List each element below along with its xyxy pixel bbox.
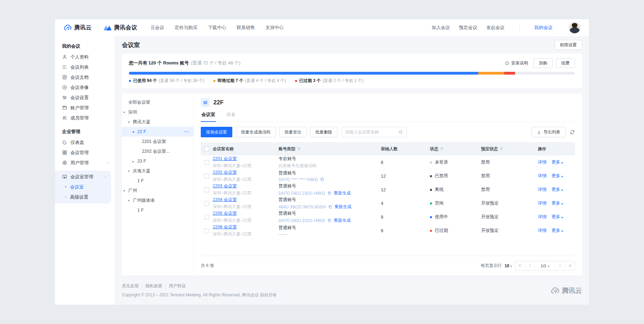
more-link[interactable]: 更多	[551, 187, 560, 193]
sidebar-item[interactable]: 会议列表	[55, 62, 115, 72]
tencent-cloud-brand[interactable]: 腾讯云	[63, 23, 92, 32]
row-checkbox[interactable]	[204, 187, 209, 192]
more-dropdown[interactable]: 更多	[551, 173, 563, 179]
more-link[interactable]: 更多	[551, 200, 560, 206]
tree-node[interactable]: 2202 会议室...	[122, 146, 193, 156]
renew-button[interactable]: 续费	[556, 58, 575, 68]
page-indicator-select[interactable]: 1/1	[535, 261, 555, 270]
batch-generate-code-button[interactable]: 批量生成激活码	[236, 127, 276, 137]
detail-link[interactable]: 详情	[538, 173, 547, 179]
copy-icon[interactable]	[327, 191, 332, 195]
tree-node[interactable]: 腾讯大厦	[122, 117, 193, 127]
first-page-button[interactable]	[515, 261, 525, 270]
permission-settings-button[interactable]: 权限设置	[555, 40, 582, 50]
avatar[interactable]	[569, 22, 581, 34]
export-list-button[interactable]: 导出列表	[532, 127, 566, 137]
tree-node[interactable]: 滨海大厦	[122, 166, 193, 176]
sidebar-item[interactable]: 仪表盘	[55, 137, 115, 147]
tree-node[interactable]: 22 F	[122, 127, 193, 137]
my-meetings-link[interactable]: 我的会议	[534, 25, 553, 31]
sidebar-item[interactable]: 用户管理	[55, 158, 115, 168]
detail-link[interactable]: 详情	[538, 228, 547, 234]
more-dropdown[interactable]: 更多	[551, 228, 563, 234]
add-room-button[interactable]: 添加会议室	[201, 127, 232, 137]
more-link[interactable]: 更多	[551, 159, 560, 165]
more-dots-icon[interactable]	[184, 129, 189, 134]
detail-link[interactable]: 详情	[538, 214, 547, 220]
filter-icon[interactable]	[440, 147, 444, 151]
footer-link[interactable]: 意见反馈	[122, 283, 139, 289]
tree-caret-icon[interactable]	[123, 110, 128, 114]
footer-link[interactable]: 隐私政策	[142, 283, 162, 289]
sidebar-item-room-management[interactable]: 会议室管理	[55, 172, 111, 182]
install-help-link[interactable]: 安装说明	[505, 60, 528, 66]
buy-more-button[interactable]: 加购	[534, 58, 553, 68]
sidebar-subitem[interactable]: 高级设置	[55, 192, 111, 202]
header-nav-link[interactable]: 下载中心	[208, 25, 226, 31]
tree-node[interactable]: 2201 会议室	[122, 137, 193, 146]
tree-caret-icon[interactable]	[128, 169, 133, 173]
detail-link[interactable]: 详情	[538, 200, 547, 206]
row-checkbox[interactable]	[204, 215, 209, 220]
room-name-link[interactable]: 2204 会议室	[213, 197, 279, 203]
header-meeting-action-link[interactable]: 加入会议	[432, 25, 450, 31]
refresh-icon[interactable]	[570, 130, 575, 135]
regenerate-code-link[interactable]: 重新生成	[334, 218, 351, 223]
header-nav-link[interactable]: 云会议	[151, 25, 164, 31]
room-name-link[interactable]: 2206 会议室	[213, 224, 279, 230]
tree-node[interactable]: 广州媒体港	[122, 195, 193, 205]
next-page-button[interactable]	[555, 261, 565, 270]
room-search-input[interactable]	[345, 130, 398, 135]
copy-icon[interactable]	[320, 177, 324, 182]
header-nav-link[interactable]: 定价与购买	[175, 25, 198, 31]
tree-node[interactable]: 全部会议室	[122, 97, 193, 107]
prev-page-button[interactable]	[525, 261, 535, 270]
sidebar-item[interactable]: 个人资料	[55, 52, 115, 62]
room-name-link[interactable]: 2203 会议室	[213, 183, 279, 189]
header-nav-link[interactable]: 联系销售	[237, 25, 255, 31]
sidebar-item[interactable]: 会议设置	[55, 92, 115, 103]
tencent-meeting-brand[interactable]: 腾讯会议	[103, 23, 137, 32]
tree-caret-icon[interactable]	[132, 159, 137, 163]
more-dropdown[interactable]: 更多	[551, 159, 563, 165]
row-checkbox[interactable]	[204, 228, 209, 233]
regenerate-code-link[interactable]: 重新生成	[335, 204, 351, 210]
sidebar-item[interactable]: 成员管理	[55, 113, 115, 123]
room-name-link[interactable]: 2202 会议室	[213, 170, 279, 175]
filter-icon[interactable]	[297, 147, 301, 151]
tree-caret-icon[interactable]	[123, 189, 128, 193]
last-page-button[interactable]	[565, 261, 575, 270]
room-name-link[interactable]: 2201 会议室	[213, 156, 279, 162]
tree-node[interactable]: 广州	[122, 186, 193, 195]
tree-node[interactable]: 1 F	[122, 205, 193, 215]
row-checkbox[interactable]	[204, 174, 209, 179]
detail-link[interactable]: 详情	[538, 187, 547, 193]
room-name-link[interactable]: 2205 会议室	[213, 211, 279, 216]
tree-caret-icon[interactable]	[132, 130, 137, 134]
select-all-checkbox[interactable]	[204, 146, 209, 151]
batch-logout-button[interactable]: 批量登出	[279, 127, 307, 137]
tree-node[interactable]: 深圳	[122, 107, 193, 117]
copy-icon[interactable]	[327, 218, 332, 223]
regenerate-code-link[interactable]: 重新生成	[334, 190, 351, 196]
per-page-select[interactable]: 10	[505, 263, 512, 268]
tab[interactable]: 会议室	[201, 111, 216, 122]
more-dropdown[interactable]: 更多	[551, 187, 563, 193]
tree-node[interactable]: 23 F	[122, 156, 193, 166]
detail-link[interactable]: 详情	[538, 159, 547, 165]
sidebar-item[interactable]: 会议管理	[55, 147, 115, 158]
search-icon[interactable]	[398, 130, 403, 135]
header-nav-link[interactable]: 支持中心	[266, 25, 284, 31]
filter-icon[interactable]	[500, 147, 503, 151]
more-dropdown[interactable]: 更多	[551, 214, 563, 220]
header-meeting-action-link[interactable]: 发起会议	[486, 25, 505, 31]
more-link[interactable]: 更多	[551, 228, 560, 234]
tree-caret-icon[interactable]	[128, 199, 133, 202]
batch-delete-button[interactable]: 批量删除	[310, 127, 337, 137]
tree-caret-icon[interactable]	[128, 120, 133, 124]
more-dropdown[interactable]: 更多	[551, 200, 563, 206]
sidebar-subitem[interactable]: 会议室	[55, 182, 111, 192]
footer-link[interactable]: 用户协议	[165, 283, 186, 289]
sidebar-item[interactable]: 会议录像	[55, 82, 115, 92]
tree-node[interactable]: 1 F	[122, 176, 193, 186]
